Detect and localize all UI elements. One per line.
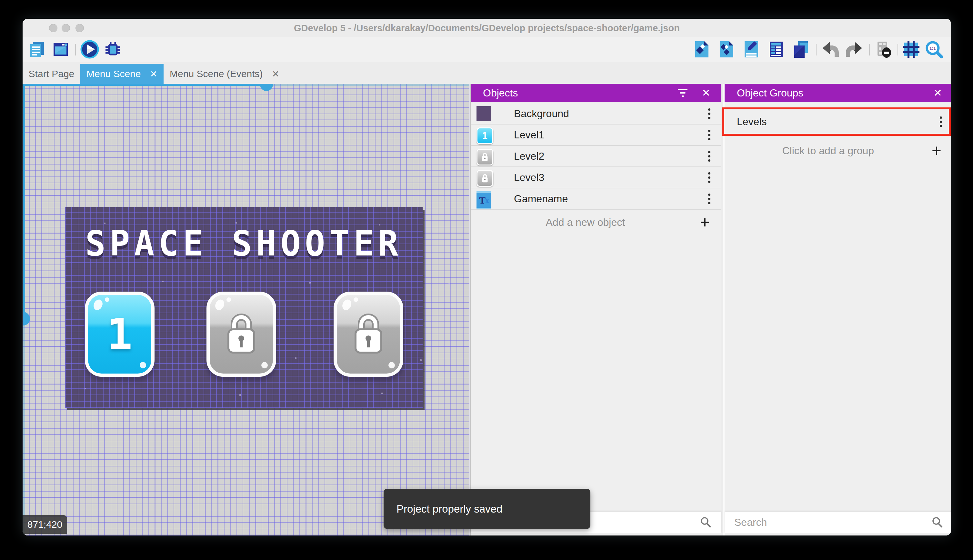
toolbar-separator [898, 44, 898, 55]
object-row-gamename[interactable]: Tx Gamename [471, 188, 721, 210]
horizontal-scrollbar-thumb[interactable] [260, 84, 273, 91]
grid-icon[interactable] [902, 40, 920, 58]
debug-icon[interactable] [104, 40, 122, 58]
objects-panel: Objects ✕ Background 1 Level1 Level2 Lev… [470, 84, 721, 535]
row-menu-icon[interactable] [700, 193, 719, 204]
tab-menu-scene[interactable]: Menu Scene ✕ [80, 64, 163, 84]
zoom-one-to-one-icon[interactable]: 1:1 [925, 40, 943, 59]
tab-label: Start Page [29, 68, 75, 79]
layers-icon[interactable] [792, 40, 810, 58]
groups-search-bar [725, 512, 951, 533]
close-tab-icon[interactable]: ✕ [150, 69, 157, 79]
level3-button-locked[interactable] [333, 292, 403, 377]
window-title: GDevelop 5 - /Users/dkarakay/Documents/G… [23, 19, 951, 37]
toolbar-separator [75, 44, 76, 55]
toast-message: Project properly saved [397, 503, 502, 515]
add-object-row[interactable]: Add a new object + [471, 210, 721, 235]
row-menu-icon[interactable] [700, 108, 719, 119]
close-panel-icon[interactable]: ✕ [933, 87, 942, 99]
groups-search-input[interactable] [734, 516, 931, 529]
toolbar-separator [869, 44, 870, 55]
stage-title-text: SPACE SHOOTER [65, 223, 423, 264]
object-row-background[interactable]: Background [471, 103, 721, 125]
level1-number: 1 [107, 309, 132, 359]
object-row-level2[interactable]: Level2 [471, 146, 721, 167]
add-group-row[interactable]: Click to add a group + [725, 138, 951, 163]
add-group-icon[interactable]: + [932, 141, 941, 160]
lock-icon [222, 310, 261, 358]
search-icon [700, 516, 712, 528]
row-menu-icon[interactable] [700, 151, 719, 162]
lock-icon [349, 310, 388, 358]
save-toast: Project properly saved [383, 489, 590, 529]
tab-start-page[interactable]: Start Page [23, 64, 80, 84]
groups-panel-title: Object Groups [737, 87, 933, 99]
row-menu-icon[interactable] [931, 117, 950, 127]
object-row-level1[interactable]: 1 Level1 [471, 125, 721, 146]
toolbar: 1:1 [23, 37, 951, 62]
tab-label: Menu Scene (Events) [170, 68, 263, 79]
scene-window-icon[interactable] [52, 40, 70, 58]
zoom-ratio-label: 1:1 [930, 46, 936, 51]
title-bar: GDevelop 5 - /Users/dkarakay/Documents/G… [23, 19, 951, 37]
horizontal-scrollbar-track[interactable] [261, 84, 470, 86]
tab-strip: Start Page Menu Scene ✕ Menu Scene (Even… [23, 62, 951, 84]
undo-icon[interactable] [821, 40, 840, 58]
close-tab-icon[interactable]: ✕ [272, 69, 279, 79]
play-icon[interactable] [80, 40, 99, 59]
toolbar-separator [816, 44, 816, 55]
groups-panel-header: Object Groups ✕ [725, 84, 951, 102]
search-icon [931, 516, 943, 528]
redo-icon[interactable] [845, 40, 863, 58]
background-thumbnail [477, 106, 491, 121]
scene-canvas[interactable]: SPACE SHOOTER 1 [23, 84, 470, 535]
row-menu-icon[interactable] [700, 172, 719, 183]
tab-label: Menu Scene [87, 68, 141, 79]
object-groups-panel: Object Groups ✕ Levels Click to add a gr… [723, 84, 951, 535]
lock-thumbnail [477, 149, 491, 163]
object-row-level3[interactable]: Level3 [471, 167, 721, 188]
game-stage-background[interactable]: SPACE SHOOTER 1 [65, 207, 423, 408]
row-menu-icon[interactable] [700, 130, 719, 140]
instances-list-icon[interactable] [767, 40, 785, 58]
add-object-icon[interactable]: + [700, 213, 710, 232]
object-groups-icon[interactable] [718, 40, 736, 58]
filter-icon[interactable] [678, 89, 688, 97]
window-mask-icon[interactable] [874, 40, 892, 58]
level1-thumbnail: 1 [477, 127, 491, 142]
project-manager-icon[interactable] [28, 40, 46, 58]
properties-icon[interactable] [742, 40, 760, 58]
close-panel-icon[interactable]: ✕ [702, 87, 710, 99]
group-row-levels[interactable]: Levels [725, 109, 951, 134]
cursor-coordinates-badge: 871;420 [23, 515, 67, 534]
vertical-scrollbar-track[interactable] [23, 84, 25, 318]
vertical-scrollbar-track[interactable] [23, 318, 25, 535]
objects-panel-header: Objects ✕ [471, 84, 721, 102]
level2-button-locked[interactable] [207, 292, 276, 377]
lock-thumbnail [477, 170, 491, 185]
text-object-thumbnail: Tx [477, 191, 491, 206]
app-window: GDevelop 5 - /Users/dkarakay/Documents/G… [23, 19, 951, 535]
vertical-scrollbar-thumb[interactable] [23, 312, 30, 325]
horizontal-scrollbar-track[interactable] [23, 84, 261, 86]
level1-button[interactable]: 1 [85, 292, 155, 377]
objects-panel-title: Objects [483, 87, 678, 99]
tab-menu-scene-events[interactable]: Menu Scene (Events) ✕ [163, 64, 285, 84]
objects-editor-icon[interactable] [693, 40, 711, 58]
